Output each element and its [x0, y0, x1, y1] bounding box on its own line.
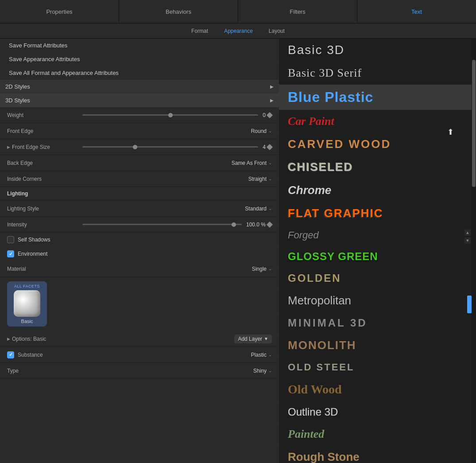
- scrollbar-thumb[interactable]: [472, 60, 476, 187]
- substance-stepper[interactable]: ⌄: [268, 352, 272, 357]
- front-edge-size-expand[interactable]: ▶: [7, 145, 10, 149]
- inside-corners-stepper[interactable]: ⌄: [268, 176, 272, 181]
- style-list-item[interactable]: Forged: [279, 225, 476, 246]
- side-nav: ▲ ▼: [464, 230, 471, 244]
- facet-preview: [14, 290, 40, 317]
- style-list-item[interactable]: Chrome: [279, 179, 476, 202]
- right-panel: ⬆ Basic 3DBasic 3D SerifBlue PlasticCar …: [279, 39, 476, 463]
- weight-slider[interactable]: [82, 114, 258, 116]
- subtab-appearance[interactable]: Appearance: [221, 26, 256, 36]
- lighting-style-stepper[interactable]: ⌄: [268, 206, 272, 211]
- style-name: MONOLITH: [288, 338, 356, 352]
- tab-properties[interactable]: Properties: [0, 0, 119, 23]
- subtab-layout[interactable]: Layout: [265, 26, 288, 36]
- style-list-item[interactable]: Blue Plastic: [279, 85, 476, 110]
- arrow-3d-icon: ▶: [270, 98, 274, 103]
- style-list-item[interactable]: CHISELED: [279, 156, 476, 179]
- material-value[interactable]: Single ⌄: [252, 266, 272, 272]
- intensity-diamond[interactable]: [267, 221, 273, 227]
- tab-filters[interactable]: Filters: [238, 0, 357, 23]
- weight-value: 0: [263, 112, 272, 118]
- style-list-item[interactable]: Car Paint: [279, 110, 476, 133]
- top-tab-bar: Properties Behaviors Filters Text: [0, 0, 476, 23]
- style-list-item[interactable]: MINIMAL 3D: [279, 312, 476, 334]
- section-2d-styles[interactable]: 2D Styles ▶: [0, 80, 279, 93]
- type-value[interactable]: Shiny ⌄: [253, 368, 272, 374]
- style-list-item[interactable]: Basic 3D Serif: [279, 62, 476, 85]
- style-list-item[interactable]: GOLDEN: [279, 268, 476, 289]
- style-list-item[interactable]: Rough Stone: [279, 446, 476, 463]
- intensity-slider[interactable]: [82, 224, 242, 225]
- style-list-item[interactable]: Painted: [279, 423, 476, 446]
- add-layer-button[interactable]: Add Layer ▼: [234, 335, 272, 343]
- substance-value[interactable]: Plastic ⌄: [251, 352, 272, 358]
- style-name: CARVED WOOD: [288, 137, 391, 151]
- options-expand-icon[interactable]: ▶: [7, 337, 10, 341]
- type-stepper[interactable]: ⌄: [268, 368, 272, 373]
- back-edge-stepper[interactable]: ⌄: [268, 160, 272, 165]
- style-list-item[interactable]: CARVED WOOD: [279, 133, 476, 156]
- type-row: Type Shiny ⌄: [0, 363, 279, 379]
- main-content: Save Format Attributes Save Appearance A…: [0, 39, 476, 463]
- subtab-format[interactable]: Format: [188, 26, 212, 36]
- front-edge-stepper[interactable]: ⌄: [268, 128, 272, 133]
- facet-item-basic[interactable]: ALL FACETS Basic: [7, 281, 47, 327]
- inside-corners-value[interactable]: Straight ⌄: [248, 176, 272, 182]
- lighting-style-row: Lighting Style Standard ⌄: [0, 201, 279, 217]
- self-shadows-checkbox[interactable]: [7, 236, 14, 243]
- style-name: Old Wood: [288, 382, 342, 397]
- nav-down-arrow[interactable]: ▼: [464, 237, 471, 244]
- style-list-item[interactable]: Basic 3D: [279, 39, 476, 62]
- style-name: FLAT GRAPHIC: [288, 206, 383, 220]
- style-list-item[interactable]: OLD STEEL: [279, 357, 476, 378]
- front-edge-size-slider[interactable]: [82, 146, 258, 148]
- style-list-item[interactable]: MONOLITH: [279, 334, 476, 357]
- styles-list: Basic 3DBasic 3D SerifBlue PlasticCar Pa…: [279, 39, 476, 463]
- style-list-item[interactable]: Old Wood: [279, 378, 476, 401]
- style-list-item[interactable]: GLOSSY GREEN: [279, 246, 476, 268]
- back-edge-row: Back Edge Same As Front ⌄: [0, 155, 279, 171]
- style-name: Car Paint: [288, 115, 334, 128]
- inside-corners-row: Inside Corners Straight ⌄: [0, 171, 279, 187]
- nav-up-arrow[interactable]: ▲: [464, 230, 471, 236]
- style-name: GLOSSY GREEN: [288, 250, 378, 263]
- style-name: Forged: [288, 230, 319, 241]
- material-row: Material Single ⌄: [0, 261, 279, 277]
- front-edge-value[interactable]: Round ⌄: [251, 128, 272, 134]
- tab-text[interactable]: Text: [357, 0, 476, 23]
- save-format-attrs[interactable]: Save Format Attributes: [0, 39, 279, 52]
- style-list-item[interactable]: FLAT GRAPHIC: [279, 202, 476, 225]
- front-edge-size-value: 4: [263, 144, 272, 150]
- intensity-value: 100.0 %: [246, 222, 272, 228]
- substance-checkbox[interactable]: ✓: [7, 351, 14, 358]
- save-appearance-attrs[interactable]: Save Appearance Attributes: [0, 52, 279, 66]
- style-list-item[interactable]: Metropolitan: [279, 289, 476, 312]
- style-list-item[interactable]: Outline 3D: [279, 401, 476, 423]
- blue-nav-indicator: [467, 296, 472, 313]
- scrollbar-track[interactable]: [472, 39, 476, 463]
- style-name: Rough Stone: [288, 450, 360, 463]
- substance-row: ✓ Substance Plastic ⌄: [0, 347, 279, 363]
- style-name: MINIMAL 3D: [288, 317, 368, 329]
- style-name: Basic 3D: [288, 43, 344, 57]
- weight-diamond[interactable]: [267, 112, 273, 118]
- tab-behaviors[interactable]: Behaviors: [119, 0, 238, 23]
- material-stepper[interactable]: ⌄: [268, 266, 272, 271]
- facets-section: ALL FACETS Basic: [0, 277, 279, 331]
- save-all-attrs[interactable]: Save All Format and Appearance Attribute…: [0, 66, 279, 80]
- add-layer-chevron: ▼: [264, 336, 268, 341]
- style-name: OLD STEEL: [288, 362, 354, 373]
- environment-checkbox[interactable]: ✓: [7, 250, 14, 257]
- front-edge-size-diamond[interactable]: [267, 144, 273, 150]
- style-name: Metropolitan: [288, 294, 351, 307]
- style-name: Basic 3D Serif: [288, 66, 362, 80]
- intensity-row: Intensity 100.0 %: [0, 217, 279, 233]
- section-3d-styles[interactable]: 3D Styles ▶: [0, 93, 279, 107]
- lighting-style-value[interactable]: Standard ⌄: [245, 206, 272, 212]
- left-panel: Save Format Attributes Save Appearance A…: [0, 39, 279, 463]
- style-name: Blue Plastic: [288, 89, 373, 105]
- style-name: Painted: [288, 428, 324, 441]
- back-edge-value[interactable]: Same As Front ⌄: [232, 160, 272, 166]
- front-edge-row: Front Edge Round ⌄: [0, 123, 279, 139]
- style-name: Chrome: [288, 183, 331, 197]
